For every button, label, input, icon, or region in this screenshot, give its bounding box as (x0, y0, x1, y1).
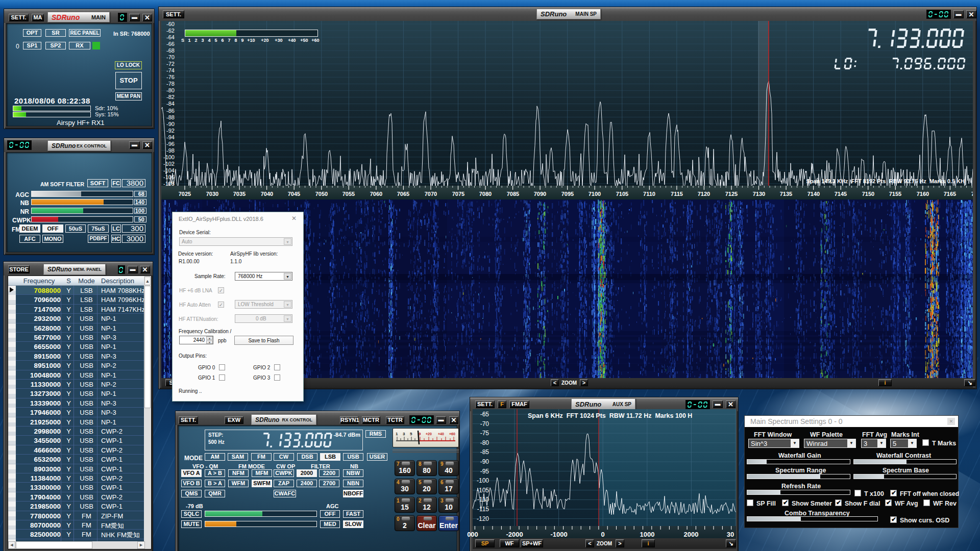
svg-text:+20: +20 (426, 432, 432, 436)
svg-text:5: 5 (410, 432, 412, 436)
svg-text:+60: +60 (449, 432, 455, 436)
svg-text:1: 1 (396, 432, 398, 436)
svg-text:+40: +40 (438, 432, 444, 436)
svg-text:3: 3 (403, 432, 405, 436)
